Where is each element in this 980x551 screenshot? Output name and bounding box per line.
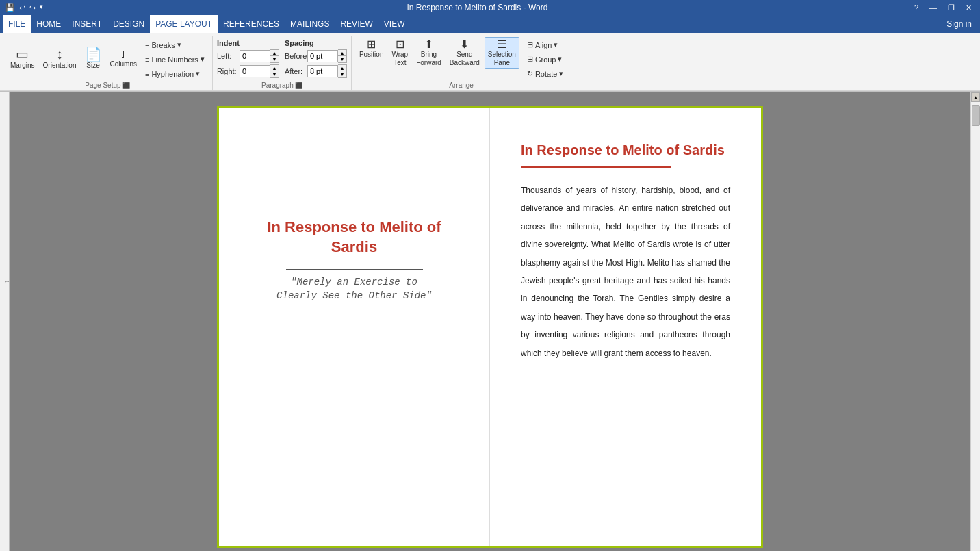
- hyphenation-icon: ≡: [145, 70, 149, 78]
- menu-design[interactable]: DESIGN: [107, 15, 150, 33]
- spacing-after-down-button[interactable]: ▼: [338, 71, 346, 77]
- sign-in-button[interactable]: Sign in: [941, 18, 977, 30]
- indent-right-down-button[interactable]: ▼: [270, 71, 279, 77]
- breaks-label: Breaks: [151, 41, 175, 49]
- right-page-body[interactable]: Thousands of years of history, hardship,…: [521, 181, 730, 362]
- window-title: In Response to Melito of Sardis - Word: [43, 3, 912, 12]
- rotate-label: Rotate: [535, 70, 557, 78]
- size-button[interactable]: 📄 Size: [81, 45, 105, 72]
- group-icon: ⊞: [527, 55, 533, 64]
- indent-right-up-button[interactable]: ▲: [270, 65, 279, 71]
- spacing-after-input[interactable]: [307, 65, 338, 77]
- page-setup-expand-icon[interactable]: ⬛: [122, 82, 130, 89]
- close-button[interactable]: ✕: [963, 3, 975, 12]
- spacing-before-label: Before:: [285, 52, 305, 60]
- paragraph-label: Paragraph: [261, 81, 294, 89]
- spacing-before-input-group: ▲ ▼: [307, 49, 347, 63]
- indent-left-input[interactable]: [240, 50, 270, 62]
- spacing-before-spinners: ▲ ▼: [338, 49, 347, 63]
- scroll-track[interactable]: [971, 102, 980, 551]
- margins-button[interactable]: ▭ Margins: [7, 45, 38, 72]
- menu-home[interactable]: HOME: [31, 15, 66, 33]
- line-numbers-label: Line Numbers: [151, 55, 198, 64]
- indent-left-spinners: ▲ ▼: [270, 49, 279, 63]
- group-label: Group: [535, 55, 556, 64]
- bring-forward-button[interactable]: ⬆ BringForward: [413, 37, 445, 69]
- margins-label: Margins: [10, 62, 35, 70]
- title-bar-undo-icon[interactable]: ↩: [19, 3, 25, 12]
- wrap-text-label: WrapText: [391, 51, 408, 67]
- menu-references[interactable]: REFERENCES: [218, 15, 285, 33]
- wrap-text-button[interactable]: ⊡ WrapText: [388, 37, 411, 69]
- arrange-label: Arrange: [449, 81, 474, 89]
- breaks-dropdown-icon: ▾: [177, 40, 181, 49]
- indent-left-up-button[interactable]: ▲: [270, 50, 279, 56]
- spacing-column: Spacing Before: ▲ ▼: [285, 39, 347, 78]
- indent-column: Indent Left: ▲ ▼: [217, 39, 279, 78]
- left-page-divider: [286, 269, 423, 270]
- menu-mailings[interactable]: MAILINGS: [285, 15, 335, 33]
- indent-left-input-group: ▲ ▼: [240, 49, 279, 63]
- left-page-subtitle: "Merely an Exercise toClearly See the Ot…: [276, 276, 432, 303]
- indent-right-input-group: ▲ ▼: [240, 64, 279, 78]
- page-spread: In Response to Melito ofSardis "Merely a…: [217, 106, 763, 548]
- hyphenation-button[interactable]: ≡ Hyphenation ▾: [142, 67, 208, 80]
- vertical-scrollbar[interactable]: ▲ ▼: [970, 92, 980, 551]
- send-backward-icon: ⬇: [460, 39, 469, 50]
- title-bar-save-icon[interactable]: 💾: [5, 3, 15, 12]
- hyphenation-dropdown-icon: ▾: [196, 69, 200, 78]
- menu-insert[interactable]: INSERT: [66, 15, 107, 33]
- columns-label: Columns: [110, 60, 137, 68]
- position-label: Position: [359, 51, 384, 59]
- document-scroll-area[interactable]: In Response to Melito ofSardis "Merely a…: [10, 92, 970, 551]
- help-button[interactable]: ?: [912, 3, 921, 12]
- ribbon: ▭ Margins ↕ Orientation 📄 Size ⫿ Columns: [0, 33, 980, 91]
- align-button[interactable]: ⊟ Align ▾: [524, 38, 567, 51]
- left-page: In Response to Melito ofSardis "Merely a…: [219, 108, 490, 546]
- spacing-before-down-button[interactable]: ▼: [338, 56, 346, 62]
- indent-left-label: Left:: [217, 52, 237, 60]
- send-backward-button[interactable]: ⬇ SendBackward: [446, 37, 483, 69]
- columns-button[interactable]: ⫿ Columns: [107, 47, 140, 71]
- right-page-divider: [521, 166, 671, 168]
- selection-pane-button[interactable]: ☰ SelectionPane: [485, 37, 519, 69]
- spacing-after-up-button[interactable]: ▲: [338, 65, 346, 71]
- indent-left-down-button[interactable]: ▼: [270, 56, 279, 62]
- breaks-icon: ≡: [145, 41, 149, 49]
- menu-review[interactable]: REVIEW: [335, 15, 378, 33]
- indent-right-input[interactable]: [240, 65, 270, 77]
- send-backward-label: SendBackward: [450, 51, 480, 67]
- menu-view[interactable]: VIEW: [378, 15, 411, 33]
- spacing-after-spinners: ▲ ▼: [338, 64, 347, 78]
- indent-header: Indent: [217, 39, 279, 47]
- menu-file[interactable]: FILE: [3, 15, 31, 33]
- paragraph-expand-icon[interactable]: ⬛: [295, 82, 302, 89]
- minimize-button[interactable]: —: [927, 3, 940, 12]
- menu-page-layout[interactable]: PAGE LAYOUT: [150, 15, 218, 33]
- ribbon-group-paragraph: Indent Left: ▲ ▼: [213, 36, 352, 90]
- orientation-button[interactable]: ↕ Orientation: [40, 45, 80, 72]
- size-icon: 📄: [85, 47, 102, 61]
- indent-right-label: Right:: [217, 67, 237, 75]
- ribbon-group-arrange: ⊞ Position ⊡ WrapText ⬆ BringForward ⬇ S…: [352, 36, 571, 90]
- rotate-button[interactable]: ↻ Rotate ▾: [524, 67, 567, 80]
- title-bar: 💾 ↩ ↪ ▾ In Response to Melito of Sardis …: [0, 0, 980, 15]
- spacing-before-input[interactable]: [307, 50, 338, 62]
- orientation-label: Orientation: [43, 62, 77, 70]
- title-bar-redo-icon[interactable]: ↪: [29, 3, 36, 12]
- scroll-thumb[interactable]: [972, 105, 980, 126]
- spacing-before-up-button[interactable]: ▲: [338, 50, 346, 56]
- indent-spacing-container: Indent Left: ▲ ▼: [217, 39, 347, 78]
- wrap-text-icon: ⊡: [396, 39, 404, 50]
- group-button[interactable]: ⊞ Group ▾: [524, 53, 567, 66]
- margins-icon: ▭: [16, 47, 29, 61]
- breaks-button[interactable]: ≡ Breaks ▾: [142, 38, 208, 51]
- rotate-icon: ↻: [527, 69, 533, 78]
- indent-right-spinners: ▲ ▼: [270, 64, 279, 78]
- rotate-dropdown-icon: ▾: [559, 69, 563, 78]
- ruler-left: ↔: [0, 92, 10, 551]
- position-button[interactable]: ⊞ Position: [356, 37, 387, 61]
- restore-button[interactable]: ❐: [945, 3, 957, 12]
- line-numbers-button[interactable]: ≡ Line Numbers ▾: [142, 53, 208, 66]
- scroll-up-button[interactable]: ▲: [971, 92, 980, 102]
